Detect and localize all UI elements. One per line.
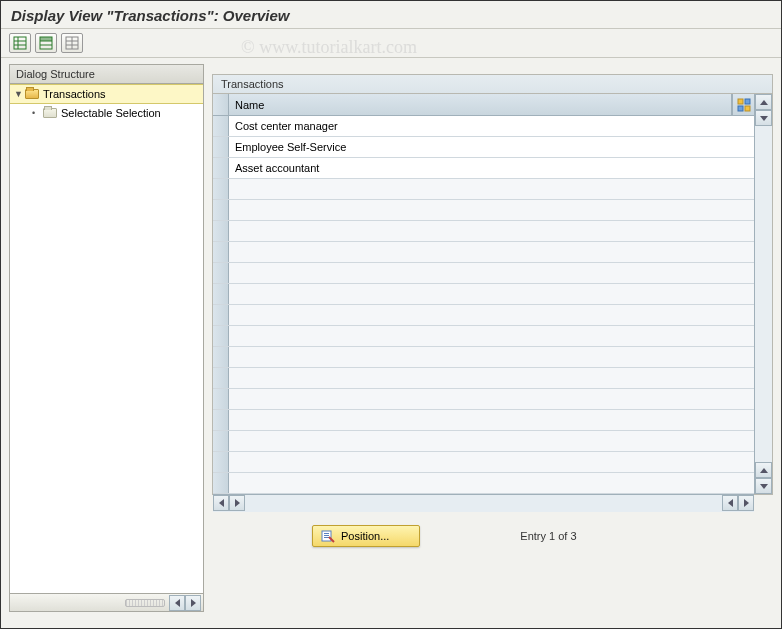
tree-node-transactions[interactable]: ▼ Transactions bbox=[10, 84, 203, 104]
chevron-right-icon bbox=[235, 499, 240, 507]
column-config-button[interactable] bbox=[732, 94, 754, 115]
cell-empty bbox=[229, 431, 754, 451]
toolbar-btn-2[interactable] bbox=[35, 33, 57, 53]
table-row[interactable]: Cost center manager bbox=[213, 116, 754, 137]
chevron-down-icon bbox=[760, 484, 768, 489]
tree-scroll-left-button[interactable] bbox=[169, 595, 185, 611]
table-row-empty[interactable] bbox=[213, 452, 754, 473]
table-row[interactable]: Employee Self-Service bbox=[213, 137, 754, 158]
content-area: Dialog Structure ▼ Transactions • Select… bbox=[1, 58, 781, 618]
hscroll-left-button-2[interactable] bbox=[722, 495, 738, 511]
position-button[interactable]: Position... bbox=[312, 525, 420, 547]
tree-footer bbox=[10, 593, 203, 611]
row-selector[interactable] bbox=[213, 305, 229, 325]
cell-name[interactable]: Cost center manager bbox=[229, 116, 754, 136]
vscroll-up-button-2[interactable] bbox=[755, 462, 772, 478]
svg-rect-14 bbox=[738, 106, 743, 111]
chevron-left-icon bbox=[175, 599, 180, 607]
cell-empty bbox=[229, 242, 754, 262]
vscroll-down-button-2[interactable] bbox=[755, 478, 772, 494]
table-row-empty[interactable] bbox=[213, 347, 754, 368]
cell-empty bbox=[229, 179, 754, 199]
dialog-structure-panel: Dialog Structure ▼ Transactions • Select… bbox=[9, 64, 204, 612]
table-row-empty[interactable] bbox=[213, 431, 754, 452]
table-row-empty[interactable] bbox=[213, 179, 754, 200]
cell-name[interactable]: Employee Self-Service bbox=[229, 137, 754, 157]
row-selector[interactable] bbox=[213, 242, 229, 262]
toolbar-btn-3[interactable] bbox=[61, 33, 83, 53]
table-row-empty[interactable] bbox=[213, 389, 754, 410]
table-row-empty[interactable] bbox=[213, 305, 754, 326]
cell-empty bbox=[229, 305, 754, 325]
row-selector[interactable] bbox=[213, 116, 229, 136]
table-row-empty[interactable] bbox=[213, 221, 754, 242]
row-selector[interactable] bbox=[213, 179, 229, 199]
row-selector[interactable] bbox=[213, 263, 229, 283]
row-selector[interactable] bbox=[213, 326, 229, 346]
select-all-handle[interactable] bbox=[213, 94, 229, 115]
row-selector[interactable] bbox=[213, 473, 229, 493]
vscroll-down-button[interactable] bbox=[755, 110, 772, 126]
tree-node-selectable-selection[interactable]: • Selectable Selection bbox=[10, 104, 203, 122]
tree-scroll-right-button[interactable] bbox=[185, 595, 201, 611]
svg-rect-13 bbox=[745, 99, 750, 104]
hscroll-track[interactable] bbox=[245, 495, 722, 512]
transactions-table: Name Cost center managerEmployee Self-Se… bbox=[213, 94, 772, 494]
row-selector[interactable] bbox=[213, 452, 229, 472]
row-selector[interactable] bbox=[213, 410, 229, 430]
vscroll-track[interactable] bbox=[755, 126, 772, 462]
toolbar-btn-1[interactable] bbox=[9, 33, 31, 53]
svg-rect-12 bbox=[738, 99, 743, 104]
table-main: Name Cost center managerEmployee Self-Se… bbox=[213, 94, 754, 494]
tree-resize-handle[interactable] bbox=[125, 599, 165, 607]
chevron-up-icon bbox=[760, 100, 768, 105]
transactions-group: Transactions Name Cost center managerEmp… bbox=[212, 74, 773, 495]
table-row-empty[interactable] bbox=[213, 368, 754, 389]
cell-name[interactable]: Asset accountant bbox=[229, 158, 754, 178]
svg-rect-0 bbox=[14, 37, 26, 49]
row-selector[interactable] bbox=[213, 389, 229, 409]
table-vscroll bbox=[754, 94, 772, 494]
table-row-empty[interactable] bbox=[213, 263, 754, 284]
table-row-empty[interactable] bbox=[213, 410, 754, 431]
row-selector[interactable] bbox=[213, 284, 229, 304]
tree-expand-icon[interactable]: ▼ bbox=[14, 89, 24, 99]
table-row-empty[interactable] bbox=[213, 242, 754, 263]
svg-rect-15 bbox=[745, 106, 750, 111]
vscroll-up-button[interactable] bbox=[755, 94, 772, 110]
table-row[interactable]: Asset accountant bbox=[213, 158, 754, 179]
cell-empty bbox=[229, 200, 754, 220]
chevron-left-icon bbox=[728, 499, 733, 507]
row-selector[interactable] bbox=[213, 137, 229, 157]
table-row-empty[interactable] bbox=[213, 200, 754, 221]
row-selector[interactable] bbox=[213, 200, 229, 220]
row-selector[interactable] bbox=[213, 158, 229, 178]
svg-rect-17 bbox=[324, 533, 329, 534]
table-row-empty[interactable] bbox=[213, 473, 754, 494]
cell-empty bbox=[229, 389, 754, 409]
row-selector[interactable] bbox=[213, 431, 229, 451]
hscroll-left-button[interactable] bbox=[213, 495, 229, 511]
table-row-empty[interactable] bbox=[213, 284, 754, 305]
table-header-row: Name bbox=[213, 94, 754, 116]
tree-node-label: Transactions bbox=[43, 88, 106, 100]
table-row-empty[interactable] bbox=[213, 326, 754, 347]
cell-empty bbox=[229, 263, 754, 283]
row-selector[interactable] bbox=[213, 221, 229, 241]
page-title: Display View "Transactions": Overview bbox=[11, 7, 771, 24]
row-selector[interactable] bbox=[213, 347, 229, 367]
position-button-label: Position... bbox=[341, 530, 389, 542]
table-select-icon bbox=[39, 36, 53, 50]
row-selector[interactable] bbox=[213, 368, 229, 388]
column-header-name[interactable]: Name bbox=[229, 94, 732, 115]
cell-empty bbox=[229, 284, 754, 304]
position-icon bbox=[321, 529, 335, 543]
table-grid-icon bbox=[13, 36, 27, 50]
hscroll-right-button[interactable] bbox=[229, 495, 245, 511]
cell-empty bbox=[229, 368, 754, 388]
tree-bullet-icon: • bbox=[32, 108, 42, 118]
table-hscroll bbox=[213, 494, 754, 512]
hscroll-right-button-2[interactable] bbox=[738, 495, 754, 511]
chevron-left-icon bbox=[219, 499, 224, 507]
cell-empty bbox=[229, 410, 754, 430]
